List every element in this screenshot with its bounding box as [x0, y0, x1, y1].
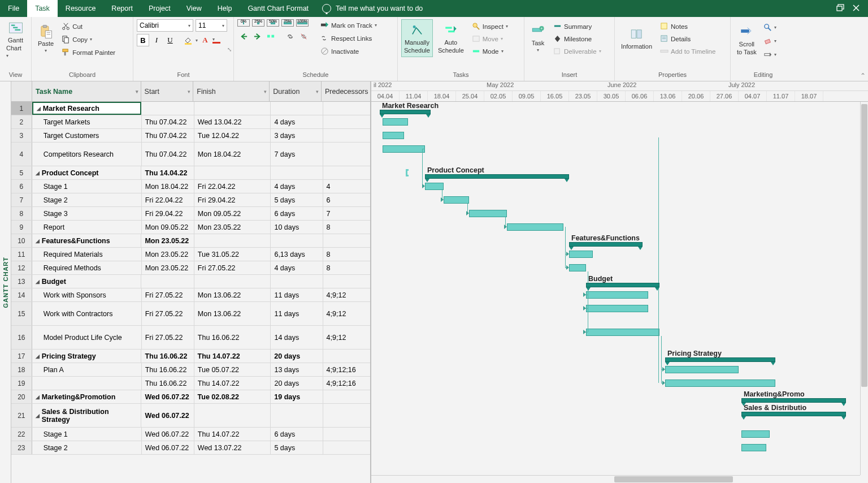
- mode-button[interactable]: Mode ▾: [469, 45, 511, 57]
- row-number[interactable]: 18: [11, 363, 32, 376]
- cell-duration[interactable]: 14 days: [271, 326, 323, 349]
- find-button[interactable]: ▾: [761, 21, 779, 33]
- task-bar[interactable]: [383, 132, 404, 139]
- task-bar[interactable]: [741, 444, 766, 451]
- notes-button[interactable]: Notes: [657, 20, 718, 32]
- cell-start[interactable]: Thu 14.04.22: [141, 166, 194, 179]
- tab-view[interactable]: View: [179, 0, 210, 17]
- table-row[interactable]: 12Required MethodsMon 23.05.22Fri 27.05.…: [11, 261, 370, 275]
- bold-button[interactable]: B: [137, 34, 149, 46]
- summary-bar[interactable]: [425, 174, 569, 179]
- cell-duration[interactable]: 6,13 days: [271, 248, 323, 261]
- cell-predecessors[interactable]: [323, 115, 370, 128]
- summary-bar[interactable]: [380, 110, 431, 114]
- cell-taskname[interactable]: Plan A: [32, 363, 142, 376]
- cell-finish[interactable]: [194, 404, 271, 427]
- respect-links-button[interactable]: Respect Links: [318, 32, 380, 44]
- row-number[interactable]: 6: [11, 180, 32, 193]
- col-predecessors[interactable]: Predecessors: [322, 81, 370, 101]
- inspect-button[interactable]: Inspect ▾: [469, 20, 511, 32]
- cell-taskname[interactable]: ◢Budget: [32, 275, 142, 288]
- cell-taskname[interactable]: ◢Pricing Strategy: [32, 350, 142, 363]
- cell-predecessors[interactable]: [323, 350, 370, 363]
- table-row[interactable]: 18Plan AThu 16.06.22Tue 05.07.2213 days4…: [11, 363, 370, 377]
- cell-start[interactable]: Thu 07.04.22: [142, 115, 194, 128]
- task-bar[interactable]: [665, 366, 739, 373]
- manually-schedule-button[interactable]: Manually Schedule: [401, 19, 433, 57]
- split-task-button[interactable]: [264, 30, 277, 42]
- table-row[interactable]: 4Competitors ResearchThu 07.04.22Mon 18.…: [11, 143, 370, 166]
- tab-gantt-format[interactable]: Gantt Chart Format: [240, 0, 316, 17]
- cell-duration[interactable]: [271, 102, 323, 115]
- cell-duration[interactable]: 19 days: [271, 390, 323, 403]
- cell-start[interactable]: Wed 06.07.22: [141, 404, 194, 427]
- cell-predecessors[interactable]: [323, 234, 370, 247]
- cell-start[interactable]: Mon 18.04.22: [142, 180, 194, 193]
- cell-finish[interactable]: Wed 13.04.22: [194, 115, 271, 128]
- row-number[interactable]: 17: [11, 350, 32, 363]
- tab-report[interactable]: Report: [103, 0, 141, 17]
- cell-finish[interactable]: Tue 05.07.22: [194, 363, 271, 376]
- cell-duration[interactable]: 5 days: [271, 441, 323, 454]
- cell-predecessors[interactable]: [323, 404, 370, 427]
- cell-start[interactable]: Fri 27.05.22: [142, 302, 194, 325]
- cell-duration[interactable]: [271, 166, 323, 179]
- col-duration[interactable]: Duration▾: [270, 81, 322, 101]
- row-number[interactable]: 9: [11, 221, 32, 234]
- cell-finish[interactable]: Thu 14.07.22: [194, 350, 271, 363]
- row-number[interactable]: 5: [11, 166, 32, 179]
- task-bar[interactable]: [383, 118, 408, 126]
- task-bar[interactable]: [586, 291, 648, 299]
- row-number[interactable]: 12: [11, 261, 32, 274]
- clear-button[interactable]: ▾: [761, 35, 779, 47]
- mark-on-track-button[interactable]: Mark on Track ▾: [318, 19, 380, 31]
- cell-taskname[interactable]: Model Product Life Cycle: [32, 326, 142, 349]
- cell-finish[interactable]: Thu 14.07.22: [194, 428, 271, 441]
- table-row[interactable]: 13◢Budget: [11, 275, 370, 288]
- cell-taskname[interactable]: Stage 2: [32, 193, 142, 206]
- cell-start[interactable]: Fri 22.04.22: [142, 193, 194, 206]
- row-number[interactable]: 21: [11, 404, 32, 427]
- cell-duration[interactable]: 6 days: [271, 428, 323, 441]
- cell-duration[interactable]: 4 days: [271, 261, 323, 274]
- cell-duration[interactable]: [271, 404, 323, 427]
- cell-finish[interactable]: Thu 14.07.22: [194, 377, 271, 390]
- cell-predecessors[interactable]: 7: [323, 207, 370, 220]
- task-bar[interactable]: [586, 329, 659, 336]
- cell-duration[interactable]: 4 days: [271, 180, 323, 193]
- row-number[interactable]: 7: [11, 193, 32, 206]
- cell-finish[interactable]: [194, 275, 271, 288]
- close-icon[interactable]: [852, 4, 860, 14]
- table-row[interactable]: 19Thu 16.06.22Thu 14.07.2220 days4;9;12;…: [11, 377, 370, 390]
- cell-taskname[interactable]: Required Materials: [32, 248, 142, 261]
- window-restore-icon[interactable]: [836, 4, 844, 14]
- cell-taskname[interactable]: Work with Contractors: [32, 302, 142, 325]
- row-number[interactable]: 19: [11, 377, 32, 390]
- cell-finish[interactable]: Tue 12.04.22: [194, 129, 271, 142]
- percent-0%[interactable]: 0%: [237, 19, 250, 27]
- cell-start[interactable]: Fri 29.04.22: [142, 207, 194, 220]
- outdent-button[interactable]: [237, 30, 250, 42]
- table-row[interactable]: 20◢Marketing&PromotionWed 06.07.22Tue 02…: [11, 390, 370, 404]
- cell-finish[interactable]: Thu 16.06.22: [194, 326, 271, 349]
- task-bar[interactable]: [469, 210, 507, 217]
- cell-start[interactable]: Mon 09.05.22: [142, 221, 194, 234]
- inactivate-button[interactable]: Inactivate: [318, 45, 380, 57]
- cell-predecessors[interactable]: [323, 129, 370, 142]
- cell-taskname[interactable]: Required Methods: [32, 261, 142, 274]
- row-number[interactable]: 1: [11, 102, 32, 115]
- milestone-button[interactable]: Milestone: [550, 33, 604, 45]
- cell-finish[interactable]: Mon 09.05.22: [194, 207, 271, 220]
- cell-predecessors[interactable]: [323, 102, 370, 115]
- cell-start[interactable]: Mon 23.05.22: [142, 261, 194, 274]
- cell-predecessors[interactable]: 4;9;12: [323, 326, 370, 349]
- table-row[interactable]: 6Stage 1Mon 18.04.22Fri 22.04.224 days4: [11, 180, 370, 193]
- table-row[interactable]: 21◢Sales & Distribution StrategyWed 06.0…: [11, 404, 370, 428]
- underline-button[interactable]: U: [164, 34, 176, 46]
- percent-100%[interactable]: 100%: [296, 19, 309, 27]
- rownum-header[interactable]: [11, 81, 32, 101]
- cell-finish[interactable]: Tue 31.05.22: [194, 248, 271, 261]
- task-insert-button[interactable]: + Task▾: [528, 19, 548, 57]
- scroll-to-task-button[interactable]: Scroll to Task: [734, 19, 760, 61]
- cell-taskname[interactable]: ◢Marketing&Promotion: [32, 390, 142, 403]
